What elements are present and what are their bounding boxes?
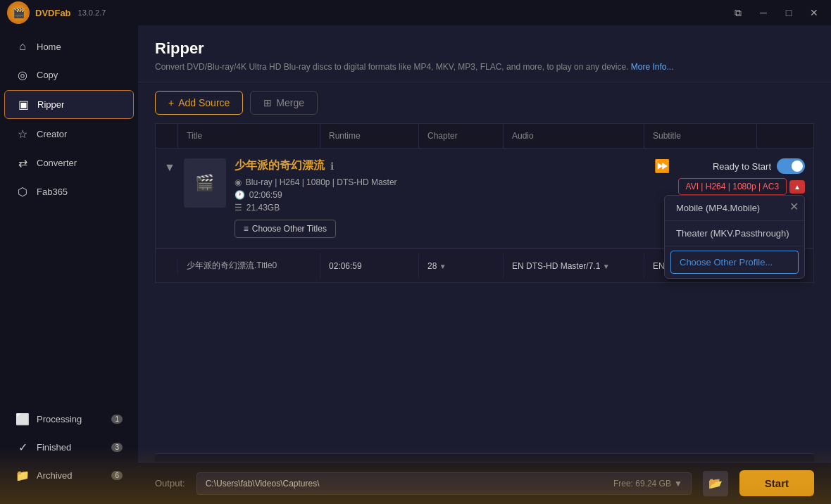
sidebar-label-finished: Finished — [37, 442, 71, 453]
description-text: Convert DVD/Blu-ray/4K Ultra HD Blu-ray … — [155, 62, 628, 72]
sidebar-label-ripper: Ripper — [37, 99, 64, 110]
app-identity: 🎬 DVDFab 13.0.2.7 — [7, 1, 106, 24]
sidebar: ⌂ Home ◎ Copy ▣ Ripper ☆ Creator ⇄ Conve… — [0, 25, 138, 504]
th-title: Title — [178, 124, 320, 148]
sidebar-item-ripper[interactable]: ▣ Ripper — [4, 90, 134, 119]
content-area: Ripper Convert DVD/Blu-ray/4K Ultra HD B… — [138, 25, 831, 504]
th-subtitle: Subtitle — [644, 124, 757, 148]
add-source-button[interactable]: + Add Source — [155, 91, 243, 115]
list-icon: ≡ — [244, 224, 249, 234]
size-icon: ☰ — [235, 203, 242, 213]
main-layout: ⌂ Home ◎ Copy ▣ Ripper ☆ Creator ⇄ Conve… — [0, 25, 831, 504]
subtitle-value: EN — [653, 261, 665, 271]
dropdown-item-mobile[interactable]: Mobile (MP4.Mobile) — [665, 196, 804, 220]
close-dropdown-icon[interactable]: ✕ — [789, 200, 799, 213]
sidebar-item-processing[interactable]: ⬜ Processing 1 — [4, 405, 134, 433]
thumbnail: 🎬 — [184, 158, 226, 208]
finished-icon: ✓ — [15, 441, 30, 454]
choose-titles-label: Choose Other Titles — [252, 224, 327, 234]
duration-line: 🕐 02:06:59 — [235, 190, 646, 200]
chapter-value: 28 — [427, 261, 437, 271]
sidebar-item-converter[interactable]: ⇄ Converter — [4, 149, 134, 177]
more-info-link[interactable]: More Info... — [631, 62, 674, 72]
format-dropdown: ✕ Mobile (MP4.Mobile) Theater (MKV.Passt… — [664, 195, 805, 279]
free-space-text: Free: 69.24 GB — [613, 479, 671, 489]
format-row: AVI | H264 | 1080p | AC3 ▲ ✕ Mobile (MP4… — [678, 178, 805, 195]
app-logo: 🎬 — [7, 1, 30, 24]
titlebar: 🎬 DVDFab 13.0.2.7 ⧉ ─ □ ✕ — [0, 0, 831, 25]
fast-forward-icon[interactable]: ⏩ — [654, 158, 670, 174]
sidebar-item-finished[interactable]: ✓ Finished 3 — [4, 434, 134, 461]
sidebar-item-creator[interactable]: ☆ Creator — [4, 120, 134, 148]
ready-toggle[interactable] — [777, 158, 805, 174]
clock-icon: 🕐 — [235, 190, 245, 200]
dropdown-item-theater[interactable]: Theater (MKV.Passthrough) — [665, 221, 804, 246]
start-button[interactable]: Start — [739, 470, 814, 496]
page-title: Ripper — [155, 39, 814, 58]
sidebar-item-copy[interactable]: ◎ Copy — [4, 61, 134, 89]
home-icon: ⌂ — [15, 40, 30, 53]
sub-cell-runtime: 02:06:59 — [320, 254, 419, 278]
finished-badge: 3 — [111, 443, 123, 452]
merge-button[interactable]: ⊞ Merge — [250, 91, 318, 115]
close-button[interactable]: ✕ — [804, 6, 824, 20]
format-section: Ready to Start AVI | H264 | 1080p | AC3 … — [678, 158, 805, 195]
toolbar: + Add Source ⊞ Merge — [138, 82, 831, 123]
th-chapter: Chapter — [419, 124, 504, 148]
archived-badge: 6 — [111, 471, 123, 480]
sidebar-item-archived[interactable]: 📁 Archived 6 — [4, 462, 134, 489]
restore-button[interactable]: ⧉ — [728, 6, 748, 20]
free-space-arrow: ▼ — [674, 479, 682, 489]
sub-cell-title: 少年派的奇幻漂流.Title0 — [178, 253, 320, 279]
sidebar-label-fab365: Fab365 — [37, 187, 68, 197]
dropdown-divider-2 — [665, 246, 804, 246]
minimize-button[interactable]: ─ — [754, 6, 773, 20]
page-header: Ripper Convert DVD/Blu-ray/4K Ultra HD B… — [138, 25, 831, 82]
plus-icon: + — [168, 97, 174, 108]
sub-cell-expand — [156, 259, 178, 273]
scrollbar-area[interactable] — [155, 453, 814, 462]
merge-label: Merge — [276, 97, 304, 108]
sub-cell-audio: EN DTS-HD Master/7.1 ▼ — [504, 254, 644, 278]
table-container: Title Runtime Chapter Audio Subtitle ▼ 🎬… — [138, 123, 831, 453]
sidebar-bottom: ⬜ Processing 1 ✓ Finished 3 📁 Archived 6 — [0, 398, 138, 497]
app-version: 13.0.2.7 — [78, 8, 106, 17]
creator-icon: ☆ — [15, 127, 30, 141]
collapse-icon[interactable]: ▼ — [164, 161, 175, 174]
th-audio: Audio — [504, 124, 644, 148]
maximize-button[interactable]: □ — [779, 6, 799, 20]
audio-arrow[interactable]: ▼ — [603, 263, 610, 270]
folder-button[interactable]: 📂 — [703, 471, 728, 496]
bottom-bar: Output: C:\Users\fab\Videos\Captures\ Fr… — [138, 462, 831, 504]
choose-titles-button[interactable]: ≡ Choose Other Titles — [235, 220, 336, 238]
output-path[interactable]: C:\Users\fab\Videos\Captures\ Free: 69.2… — [196, 472, 692, 495]
sidebar-label-home: Home — [37, 42, 61, 52]
free-space: Free: 69.24 GB ▼ — [613, 479, 682, 489]
folder-icon: 📂 — [708, 477, 723, 490]
row-info: 少年派的奇幻漂流 ℹ ◉ Blu-ray | H264 | 1080p | DT… — [235, 158, 646, 238]
fab365-icon: ⬡ — [15, 185, 30, 199]
sidebar-item-home[interactable]: ⌂ Home — [4, 33, 134, 60]
chapter-arrow[interactable]: ▼ — [439, 263, 446, 270]
format-dropdown-button[interactable]: ▲ — [789, 180, 805, 194]
th-runtime: Runtime — [320, 124, 419, 148]
dropdown-item-other-profile[interactable]: Choose Other Profile... — [670, 251, 799, 274]
format-line: ◉ Blu-ray | H264 | 1080p | DTS-HD Master — [235, 177, 646, 187]
row-meta: ◉ Blu-ray | H264 | 1080p | DTS-HD Master… — [235, 177, 646, 213]
info-icon[interactable]: ℹ — [330, 160, 334, 172]
disc-icon: ◉ — [235, 177, 242, 187]
window-controls: ⧉ ─ □ ✕ — [728, 6, 824, 20]
ready-to-start-row: Ready to Start — [713, 158, 805, 174]
sidebar-item-fab365[interactable]: ⬡ Fab365 — [4, 178, 134, 206]
row-title-row: 少年派的奇幻漂流 ℹ — [235, 158, 646, 173]
duration-text: 02:06:59 — [249, 190, 282, 200]
sidebar-label-copy: Copy — [37, 70, 58, 80]
format-badge[interactable]: AVI | H264 | 1080p | AC3 — [678, 178, 787, 195]
table-row: ▼ 🎬 少年派的奇幻漂流 ℹ ◉ Blu-ray | H264 | 1080p … — [156, 149, 813, 248]
merge-icon: ⊞ — [263, 97, 272, 108]
converter-icon: ⇄ — [15, 156, 30, 170]
processing-icon: ⬜ — [15, 412, 30, 426]
table-body: ▼ 🎬 少年派的奇幻漂流 ℹ ◉ Blu-ray | H264 | 1080p … — [155, 148, 814, 283]
app-name: DVDFab — [35, 8, 71, 18]
add-source-label: Add Source — [178, 97, 230, 108]
